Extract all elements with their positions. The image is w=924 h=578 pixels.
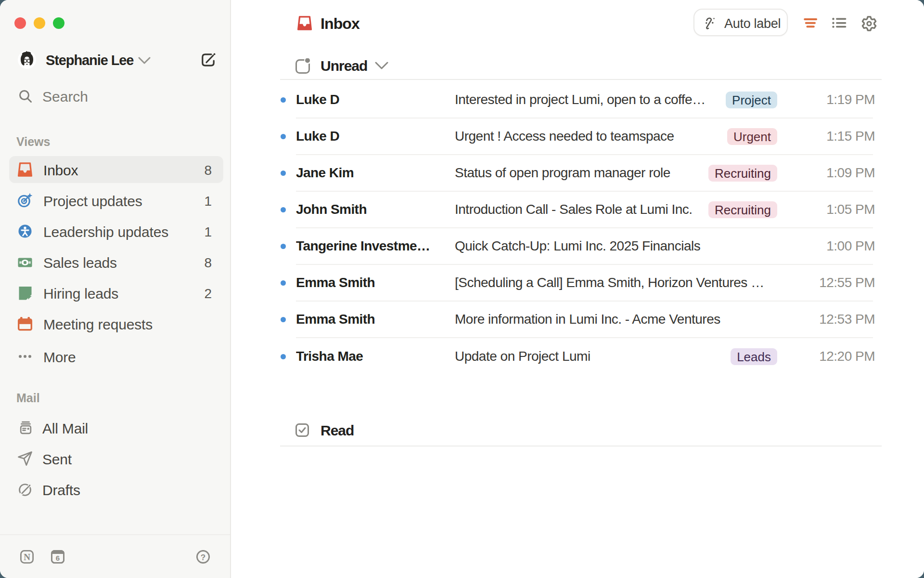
svg-text:?: ?	[201, 553, 205, 562]
svg-text:N: N	[24, 552, 30, 562]
svg-text:6: 6	[56, 554, 60, 562]
